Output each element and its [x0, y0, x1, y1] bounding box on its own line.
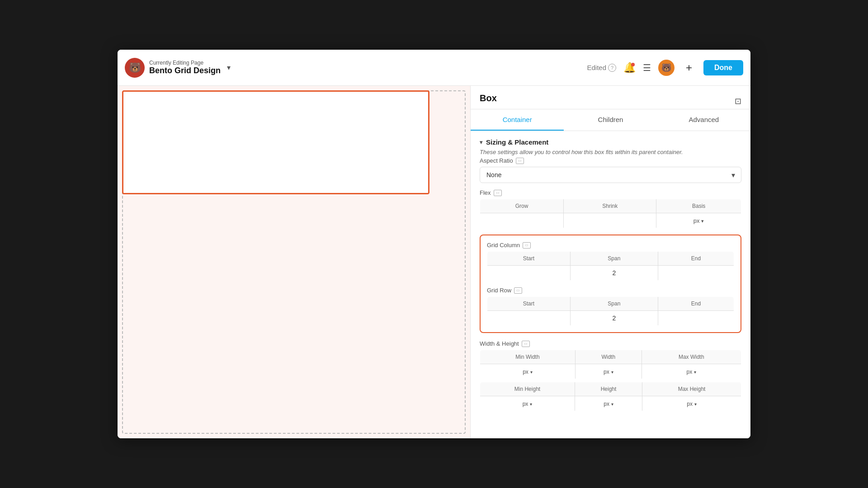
grid-row-label: Grid Row ▭ — [487, 287, 734, 294]
gc-span-header: Span — [570, 252, 658, 266]
tab-container[interactable]: Container — [471, 109, 564, 131]
flex-field: Flex ▭ Grow Shrink Basis — [480, 189, 741, 228]
panel-expand-button[interactable]: ⊡ — [735, 96, 741, 106]
height-table: Min Height Height Max Height px — [480, 382, 741, 411]
topbar-right: Edited ? 🔔 ☰ 🐻 + Done — [587, 60, 743, 76]
flex-table: Grow Shrink Basis — [480, 199, 741, 228]
flex-basis-unit-chevron: ▾ — [701, 218, 704, 224]
panel-body: ▾ Sizing & Placement These settings allo… — [471, 131, 750, 418]
grid-column-table: Start Span End 2 — [487, 251, 734, 281]
sizing-placement-header[interactable]: ▾ Sizing & Placement — [480, 138, 741, 146]
grid-row-table: Start Span End 2 — [487, 296, 734, 326]
max-width-header: Max Width — [642, 350, 741, 364]
notifications-button[interactable]: 🔔 — [623, 62, 636, 74]
aspect-ratio-field: Aspect Ratio ▭ None 1:1 4:3 16:9 — [480, 157, 741, 183]
width-height-label: Width & Height ▭ — [480, 340, 741, 347]
gc-start-header: Start — [487, 252, 571, 266]
flex-shrink-value[interactable] — [564, 213, 656, 228]
grid-column-label: Grid Column ▭ — [487, 242, 734, 249]
gc-start-value[interactable] — [487, 266, 571, 281]
flex-basis-header: Basis — [656, 199, 741, 213]
gr-start-value[interactable] — [487, 311, 571, 326]
gr-span-header: Span — [570, 297, 658, 311]
right-panel: Box ⊡ Container Children Advanced ▾ Sizi… — [470, 86, 750, 438]
min-width-unit-chevron: ▾ — [530, 370, 533, 375]
flex-grow-value[interactable] — [480, 213, 564, 228]
panel-title: Box — [480, 93, 497, 109]
width-header: Width — [575, 350, 642, 364]
monitor-icon: ▭ — [516, 158, 524, 164]
tab-advanced[interactable]: Advanced — [657, 109, 750, 131]
width-unit-chevron: ▾ — [611, 370, 613, 375]
flex-grow-header: Grow — [480, 199, 564, 213]
panel-tabs: Container Children Advanced — [471, 109, 750, 131]
topbar: 🐻 Currently Editing Page Bento Grid Desi… — [118, 50, 750, 86]
min-width-header: Min Width — [480, 350, 576, 364]
gc-end-header: End — [658, 252, 734, 266]
gr-span-value[interactable]: 2 — [570, 311, 658, 326]
min-width-value[interactable]: px ▾ — [480, 364, 576, 379]
help-icon[interactable]: ? — [608, 64, 616, 72]
grid-section: Grid Column ▭ Start Span End — [480, 235, 741, 333]
sizing-placement-section: ▾ Sizing & Placement These settings allo… — [480, 138, 741, 411]
panel-header: Box ⊡ — [471, 86, 750, 109]
aspect-ratio-select[interactable]: None 1:1 4:3 16:9 — [480, 167, 741, 183]
content-area: Box ⊡ Container Children Advanced ▾ Sizi… — [118, 86, 750, 438]
selected-box[interactable] — [122, 90, 429, 194]
min-height-unit-chevron: ▾ — [530, 402, 532, 407]
page-name: Bento Grid Design — [149, 66, 221, 75]
max-height-value[interactable]: px ▾ — [642, 396, 741, 411]
avatar[interactable]: 🐻 — [658, 60, 675, 76]
aspect-ratio-label: Aspect Ratio ▭ — [480, 157, 741, 164]
grid-column-monitor-icon: ▭ — [523, 242, 531, 249]
gc-end-value[interactable] — [658, 266, 734, 281]
logo-area: 🐻 Currently Editing Page Bento Grid Desi… — [125, 58, 232, 78]
aspect-ratio-select-wrapper: None 1:1 4:3 16:9 — [480, 167, 741, 183]
wh-monitor-icon: ▭ — [522, 341, 530, 347]
currently-editing-label: Currently Editing Page — [149, 60, 221, 66]
sizing-placement-description: These settings allow you to control how … — [480, 149, 741, 155]
grid-row-monitor-icon: ▭ — [514, 287, 522, 294]
gc-span-value[interactable]: 2 — [570, 266, 658, 281]
add-button[interactable]: + — [682, 61, 696, 75]
max-height-header: Max Height — [642, 382, 741, 396]
max-height-unit-chevron: ▾ — [694, 402, 697, 407]
section-chevron-icon: ▾ — [480, 139, 482, 145]
min-height-header: Min Height — [480, 382, 575, 396]
page-dropdown-button[interactable]: ▾ — [225, 61, 232, 74]
grid-column-field: Grid Column ▭ Start Span End — [487, 242, 734, 281]
min-height-value[interactable]: px ▾ — [480, 396, 575, 411]
done-button[interactable]: Done — [703, 60, 743, 75]
width-height-table: Min Width Width Max Width px — [480, 350, 741, 379]
logo-bear-icon: 🐻 — [125, 58, 145, 78]
gr-start-header: Start — [487, 297, 571, 311]
width-value[interactable]: px ▾ — [575, 364, 642, 379]
max-width-value[interactable]: px ▾ — [642, 364, 741, 379]
list-button[interactable]: ☰ — [643, 62, 651, 73]
height-unit-chevron: ▾ — [611, 402, 613, 407]
edited-label: Edited — [587, 64, 606, 71]
page-info: Currently Editing Page Bento Grid Design — [149, 60, 221, 75]
gr-end-value[interactable] — [658, 311, 734, 326]
flex-label: Flex ▭ — [480, 189, 741, 196]
flex-basis-value[interactable]: px ▾ — [656, 213, 741, 228]
flex-shrink-header: Shrink — [564, 199, 656, 213]
height-header: Height — [575, 382, 642, 396]
sizing-placement-label: Sizing & Placement — [486, 138, 548, 146]
notification-dot — [631, 63, 635, 66]
max-width-unit-chevron: ▾ — [694, 370, 696, 375]
grid-row-field: Grid Row ▭ Start Span End — [487, 287, 734, 326]
canvas-area — [118, 86, 470, 438]
tab-children[interactable]: Children — [564, 109, 657, 131]
edited-badge: Edited ? — [587, 64, 616, 72]
width-height-section: Width & Height ▭ Min Width Width Max Wid… — [480, 340, 741, 411]
gr-end-header: End — [658, 297, 734, 311]
flex-monitor-icon: ▭ — [494, 190, 502, 196]
height-value[interactable]: px ▾ — [575, 396, 642, 411]
